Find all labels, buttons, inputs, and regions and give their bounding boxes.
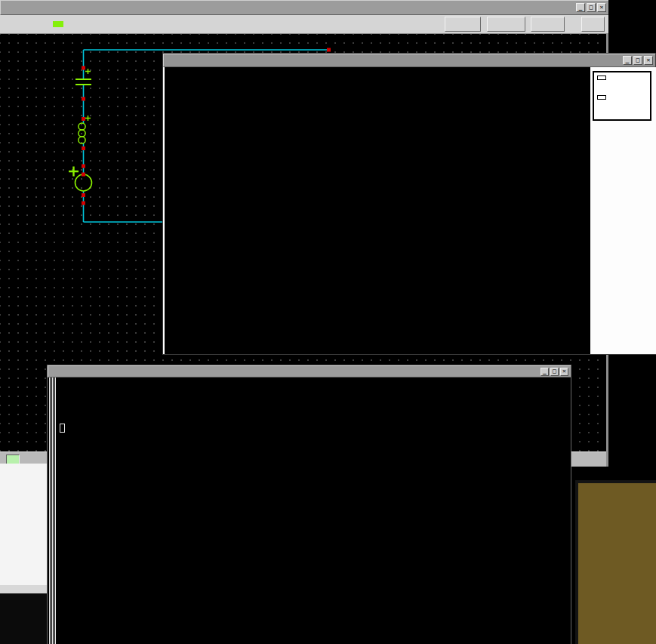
tran1-button-box (593, 71, 651, 121)
netlist-button[interactable] (531, 17, 565, 32)
tran1-control-panel (590, 67, 656, 354)
background-terminal-warnings (0, 593, 47, 644)
tran1-titlebar[interactable]: _ □ ✕ (163, 54, 655, 67)
close-icon[interactable]: ✕ (560, 368, 568, 376)
hardcopy-button[interactable] (597, 95, 606, 100)
waves-button[interactable] (445, 17, 481, 32)
menu-highlight[interactable] (85, 21, 95, 27)
tran1-window: _ □ ✕ (162, 53, 656, 355)
menu-edit[interactable] (11, 21, 21, 27)
maximize-icon[interactable]: □ (550, 368, 559, 376)
xschem-menubar (0, 15, 608, 34)
voltage-source-symbol[interactable] (75, 174, 92, 191)
background-window-white (0, 464, 47, 593)
maximize-icon[interactable]: □ (633, 56, 642, 65)
menu-properties[interactable] (42, 21, 53, 27)
menu-tools[interactable] (63, 21, 74, 27)
ngspice-terminal-window: _ □ ✕ (47, 365, 571, 644)
terminal-titlebar[interactable]: _ □ ✕ (48, 365, 571, 377)
menu-simulation[interactable] (95, 21, 106, 27)
terminal-scrollbar[interactable] (48, 377, 57, 644)
terminal-cursor[interactable] (60, 424, 65, 433)
minimize-icon[interactable]: _ (576, 3, 585, 12)
menu-layers[interactable] (53, 21, 63, 27)
desktop: _ □ ✕ (0, 0, 656, 644)
simulate-button[interactable] (487, 17, 525, 32)
background-window-olive (575, 480, 656, 644)
terminal-output (59, 379, 99, 454)
capacitor-symbol[interactable] (75, 79, 91, 85)
waveform-plot[interactable] (165, 67, 590, 354)
minimize-icon[interactable]: _ (623, 56, 632, 65)
menu-options[interactable] (21, 21, 32, 27)
source-plus-icon (69, 167, 79, 177)
help-button[interactable] (581, 17, 605, 32)
quit-button[interactable] (597, 75, 606, 80)
maximize-icon[interactable]: □ (587, 3, 596, 12)
terminal-body[interactable] (48, 377, 571, 644)
minimize-icon[interactable]: _ (541, 368, 549, 376)
xschem-titlebar[interactable]: _ □ ✕ (0, 0, 608, 15)
close-icon[interactable]: ✕ (644, 56, 653, 65)
inductor-symbol[interactable] (79, 123, 85, 143)
close-icon[interactable]: ✕ (597, 3, 606, 12)
menu-view[interactable] (32, 21, 42, 27)
menu-file[interactable] (0, 21, 11, 27)
polarity-plus-icon (85, 69, 91, 121)
menu-symbol[interactable] (74, 21, 85, 27)
